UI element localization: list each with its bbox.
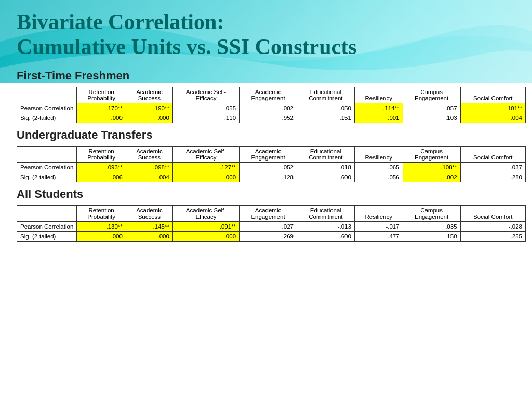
title-line2: Cumulative Units vs. SSI Constructs <box>17 35 357 59</box>
cell-1-1: .000 <box>126 231 172 241</box>
col-header-5: Resiliency <box>354 87 403 103</box>
cell-0-2: .127** <box>172 162 239 172</box>
col-header-0: RetentionProbability <box>77 87 126 103</box>
page-title: Bivariate Correlation: Cumulative Units … <box>17 9 515 60</box>
cell-0-4: -.013 <box>297 221 354 231</box>
cell-0-1: .190** <box>126 103 172 113</box>
cell-1-7: .255 <box>460 231 525 241</box>
col-header-4: EducationalCommitment <box>297 146 354 162</box>
cell-1-2: .000 <box>172 231 239 241</box>
empty-header <box>17 87 77 103</box>
col-header-3: AcademicEngagement <box>240 87 297 103</box>
empty-header <box>17 146 77 162</box>
col-header-1: AcademicSuccess <box>126 205 172 221</box>
table-row: Sig. (2-tailed).000.000.110.952.151.001.… <box>17 113 526 123</box>
col-header-6: CampusEngagement <box>403 205 460 221</box>
table-row: Pearson Correlation.093**.098**.127**.05… <box>17 162 526 172</box>
table-all-students: RetentionProbabilityAcademicSuccessAcade… <box>17 205 526 242</box>
section-title-undergraduate-transfers: Undergraduate Transfers <box>17 128 515 142</box>
cell-0-7: -.101** <box>460 103 525 113</box>
cell-0-6: .035 <box>403 221 460 231</box>
cell-0-7: -.028 <box>460 221 525 231</box>
cell-0-0: .130** <box>77 221 126 231</box>
cell-1-6: .150 <box>403 231 460 241</box>
cell-1-6: .002 <box>403 172 460 182</box>
table-undergraduate-transfers: RetentionProbabilityAcademicSuccessAcade… <box>17 146 526 182</box>
cell-1-7: .280 <box>460 172 525 182</box>
row-label-1: Sig. (2-tailed) <box>17 172 77 182</box>
col-header-4: EducationalCommitment <box>297 87 354 103</box>
cell-1-4: .600 <box>297 231 354 241</box>
col-header-1: AcademicSuccess <box>126 146 172 162</box>
row-label-0: Pearson Correlation <box>17 162 77 172</box>
row-label-1: Sig. (2-tailed) <box>17 113 77 123</box>
cell-0-2: .055 <box>172 103 239 113</box>
cell-1-0: .006 <box>77 172 126 182</box>
cell-0-3: .052 <box>240 162 297 172</box>
col-header-0: RetentionProbability <box>77 205 126 221</box>
row-label-0: Pearson Correlation <box>17 103 77 113</box>
col-header-7: Social Comfort <box>460 205 525 221</box>
cell-0-1: .098** <box>126 162 172 172</box>
col-header-3: AcademicEngagement <box>240 205 297 221</box>
cell-0-3: .027 <box>240 221 297 231</box>
cell-0-3: -.002 <box>240 103 297 113</box>
cell-1-2: .110 <box>172 113 239 123</box>
title-line1: Bivariate Correlation: <box>17 10 224 34</box>
col-header-5: Resiliency <box>354 146 403 162</box>
cell-1-5: .056 <box>354 172 403 182</box>
cell-1-3: .952 <box>240 113 297 123</box>
cell-1-2: .000 <box>172 172 239 182</box>
table-row: Pearson Correlation.170**.190**.055-.002… <box>17 103 526 113</box>
table-row: Pearson Correlation.130**.145**.091**.02… <box>17 221 526 231</box>
row-label-1: Sig. (2-tailed) <box>17 231 77 241</box>
table-row: Sig. (2-tailed).000.000.000.269.600.477.… <box>17 231 526 241</box>
col-header-0: RetentionProbability <box>77 146 126 162</box>
col-header-2: Academic Self-Efficacy <box>172 205 239 221</box>
cell-0-2: .091** <box>172 221 239 231</box>
table-first-time-freshmen: RetentionProbabilityAcademicSuccessAcade… <box>17 87 526 123</box>
cell-1-0: .000 <box>77 231 126 241</box>
col-header-6: CampusEngagement <box>403 146 460 162</box>
cell-0-6: -.057 <box>403 103 460 113</box>
cell-1-5: .001 <box>354 113 403 123</box>
cell-1-6: .103 <box>403 113 460 123</box>
cell-1-1: .004 <box>126 172 172 182</box>
cell-1-7: .004 <box>460 113 525 123</box>
cell-1-0: .000 <box>77 113 126 123</box>
col-header-7: Social Comfort <box>460 146 525 162</box>
col-header-3: AcademicEngagement <box>240 146 297 162</box>
cell-1-3: .128 <box>240 172 297 182</box>
tables-container: First-Time FreshmenRetentionProbabilityA… <box>17 69 515 242</box>
cell-1-4: .151 <box>297 113 354 123</box>
table-row: Sig. (2-tailed).006.004.000.128.600.056.… <box>17 172 526 182</box>
empty-header <box>17 205 77 221</box>
col-header-6: CampusEngagement <box>403 87 460 103</box>
cell-0-4: .018 <box>297 162 354 172</box>
cell-0-1: .145** <box>126 221 172 231</box>
cell-1-1: .000 <box>126 113 172 123</box>
cell-1-4: .600 <box>297 172 354 182</box>
col-header-4: EducationalCommitment <box>297 205 354 221</box>
cell-0-5: -.017 <box>354 221 403 231</box>
row-label-0: Pearson Correlation <box>17 221 77 231</box>
cell-0-0: .093** <box>77 162 126 172</box>
cell-0-6: .108** <box>403 162 460 172</box>
section-title-all-students: All Students <box>17 188 515 201</box>
col-header-7: Social Comfort <box>460 87 525 103</box>
col-header-2: Academic Self-Efficacy <box>172 146 239 162</box>
cell-0-7: .037 <box>460 162 525 172</box>
col-header-1: AcademicSuccess <box>126 87 172 103</box>
col-header-2: Academic Self-Efficacy <box>172 87 239 103</box>
cell-0-4: -.050 <box>297 103 354 113</box>
section-title-first-time-freshmen: First-Time Freshmen <box>17 69 515 83</box>
cell-1-5: .477 <box>354 231 403 241</box>
main-content: Bivariate Correlation: Cumulative Units … <box>0 0 532 257</box>
cell-0-5: .065 <box>354 162 403 172</box>
col-header-5: Resiliency <box>354 205 403 221</box>
cell-0-5: -.114** <box>354 103 403 113</box>
cell-0-0: .170** <box>77 103 126 113</box>
cell-1-3: .269 <box>240 231 297 241</box>
